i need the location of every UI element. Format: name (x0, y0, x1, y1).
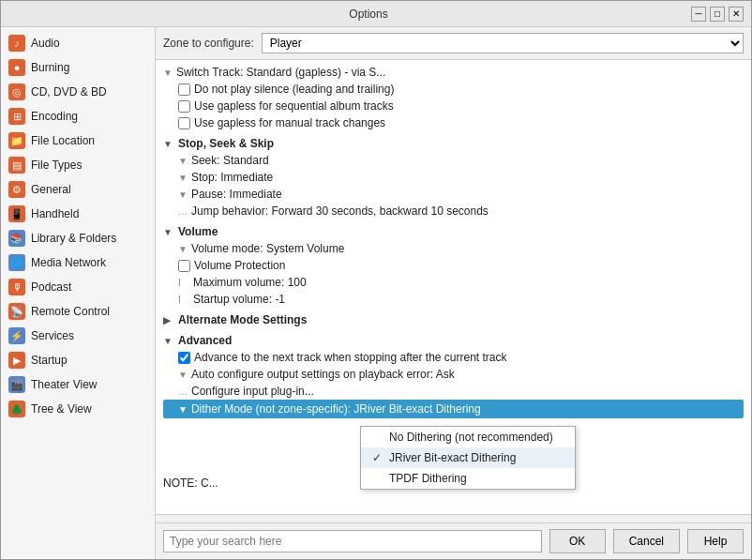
cancel-button[interactable]: Cancel (613, 529, 680, 553)
volume-protection-row: Volume Protection (163, 257, 744, 274)
titlebar: Options ─ □ ✕ (1, 1, 751, 27)
window-title: Options (46, 8, 691, 21)
volume-mode-row: ▼ Volume mode: System Volume (163, 240, 744, 257)
silence-checkbox[interactable] (178, 83, 190, 96)
sidebar-item-library[interactable]: 📚 Library & Folders (1, 226, 155, 250)
startup-icon: ▶ (8, 352, 25, 369)
dither-dropdown-menu: No Dithering (not recommended) ✓ JRiver … (360, 426, 576, 490)
advanced-section-header[interactable]: ▼ Advanced (163, 332, 744, 349)
sidebar: ♪ Audio ● Burning ◎ CD, DVD & BD ⊞ Encod… (1, 27, 156, 559)
sidebar-item-startup[interactable]: ▶ Startup (1, 348, 155, 372)
volume-mode-label: Volume mode: System Volume (191, 242, 344, 255)
sidebar-label-filetypes: File Types (31, 159, 82, 172)
sidebar-label-filelocation: File Location (31, 134, 95, 147)
sidebar-label-startup: Startup (31, 354, 68, 367)
seek-label: Seek: Standard (191, 154, 269, 167)
sidebar-label-cd: CD, DVD & BD (31, 85, 107, 98)
sidebar-label-medianetwork: Media Network (31, 256, 106, 269)
gapless-sequential-label: Use gapless for sequential album tracks (194, 99, 394, 113)
max-volume-label: Maximum volume: 100 (193, 276, 307, 289)
sidebar-label-audio: Audio (31, 37, 60, 50)
burning-icon: ● (8, 59, 25, 76)
volume-section-header[interactable]: ▼ Volume (163, 223, 744, 240)
podcast-icon: 🎙 (8, 279, 25, 295)
zone-label: Zone to configure: (163, 37, 254, 50)
sidebar-item-treeview[interactable]: 🌲 Tree & View (1, 397, 155, 421)
minimize-button[interactable]: ─ (691, 7, 706, 22)
gapless-manual-checkbox[interactable] (178, 117, 190, 129)
note-text: NOTE: C... (163, 477, 218, 490)
silence-label: Do not play silence (leading and trailin… (194, 83, 394, 96)
sidebar-label-treeview: Tree & View (31, 402, 92, 416)
library-icon: 📚 (8, 230, 25, 247)
ok-button[interactable]: OK (549, 529, 606, 553)
gapless-sequential-checkbox[interactable] (178, 100, 190, 113)
filetypes-icon: ▤ (8, 157, 25, 174)
configure-plugin-row: … Configure input plug-in... (163, 383, 744, 400)
volume-expand-arrow: ▼ (163, 227, 174, 237)
sidebar-label-services: Services (31, 329, 74, 342)
auto-configure-row: ▼ Auto configure output settings on play… (163, 366, 744, 383)
dither-option-tpdf[interactable]: TPDF Dithering (361, 468, 575, 489)
sidebar-item-cd[interactable]: ◎ CD, DVD & BD (1, 80, 155, 104)
maximize-button[interactable]: □ (710, 7, 725, 22)
sidebar-item-burning[interactable]: ● Burning (1, 55, 155, 80)
dither-mode-label: Dither Mode (not zone-specific): JRiver … (191, 402, 481, 416)
audio-icon: ♪ (8, 35, 25, 52)
alternate-section-header[interactable]: ▶ Alternate Mode Settings (163, 311, 744, 328)
seek-expand-arrow: ▼ (163, 139, 174, 149)
bottom-bar (156, 514, 751, 522)
remotecontrol-icon: 📡 (8, 303, 25, 320)
dither-jriver-label: JRiver Bit-exact Dithering (389, 451, 516, 464)
switch-track-text: Switch Track: Standard (gapless) - via S… (176, 66, 385, 79)
sidebar-item-filetypes[interactable]: ▤ File Types (1, 153, 155, 177)
services-icon: ⚡ (8, 327, 25, 344)
jump-label: Jump behavior: Forward 30 seconds, backw… (191, 204, 489, 218)
help-button[interactable]: Help (687, 529, 744, 553)
sidebar-item-medianetwork[interactable]: 🌐 Media Network (1, 250, 155, 275)
medianetwork-icon: 🌐 (8, 254, 25, 271)
search-input[interactable] (163, 530, 542, 552)
seek-section-header[interactable]: ▼ Stop, Seek & Skip (163, 135, 744, 152)
close-button[interactable]: ✕ (729, 7, 744, 22)
advance-track-checkbox[interactable] (178, 352, 190, 364)
advance-track-row: Advance to the next track when stopping … (163, 349, 744, 366)
jump-row: … Jump behavior: Forward 30 seconds, bac… (163, 203, 744, 219)
sidebar-item-filelocation[interactable]: 📁 File Location (1, 129, 155, 153)
sidebar-item-handheld[interactable]: 📱 Handheld (1, 202, 155, 226)
max-volume-row: I Maximum volume: 100 (163, 274, 744, 291)
startup-volume-label: Startup volume: -1 (193, 293, 285, 306)
dither-mode-row[interactable]: ▼ Dither Mode (not zone-specific): JRive… (163, 400, 744, 418)
startup-volume-row: I Startup volume: -1 (163, 291, 744, 308)
sidebar-item-podcast[interactable]: 🎙 Podcast (1, 275, 155, 299)
titlebar-buttons: ─ □ ✕ (691, 7, 744, 22)
sidebar-item-services[interactable]: ⚡ Services (1, 324, 155, 348)
advanced-expand-arrow: ▼ (163, 336, 174, 346)
dither-option-jriver[interactable]: ✓ JRiver Bit-exact Dithering (361, 447, 575, 468)
volume-protection-checkbox[interactable] (178, 260, 190, 272)
sidebar-item-general[interactable]: ⚙ General (1, 177, 155, 202)
auto-configure-label: Auto configure output settings on playba… (191, 368, 455, 381)
filelocation-icon: 📁 (8, 132, 25, 149)
sidebar-label-theaterview: Theater View (31, 378, 97, 391)
pause-row: ▼ Pause: Immediate (163, 186, 744, 203)
volume-protection-label: Volume Protection (194, 259, 285, 272)
sidebar-item-remotecontrol[interactable]: 📡 Remote Control (1, 299, 155, 324)
sidebar-label-general: General (31, 183, 71, 196)
gapless-sequential-row: Use gapless for sequential album tracks (163, 98, 744, 114)
seek-row: ▼ Seek: Standard (163, 152, 744, 169)
stop-label: Stop: Immediate (191, 171, 273, 184)
advance-track-label: Advance to the next track when stopping … (194, 351, 507, 364)
sidebar-label-encoding: Encoding (31, 110, 78, 123)
sidebar-item-theaterview[interactable]: 🎬 Theater View (1, 372, 155, 397)
content-area: ♪ Audio ● Burning ◎ CD, DVD & BD ⊞ Encod… (1, 27, 751, 559)
dither-option-none[interactable]: No Dithering (not recommended) (361, 427, 575, 447)
dither-none-label: No Dithering (not recommended) (389, 431, 553, 444)
sidebar-item-encoding[interactable]: ⊞ Encoding (1, 104, 155, 129)
dither-tpdf-label: TPDF Dithering (389, 472, 467, 485)
zone-select[interactable]: Player (262, 33, 744, 53)
alternate-section-label: Alternate Mode Settings (178, 313, 307, 326)
sidebar-item-audio[interactable]: ♪ Audio (1, 31, 155, 55)
cd-icon: ◎ (8, 83, 25, 100)
sidebar-label-handheld: Handheld (31, 207, 79, 220)
